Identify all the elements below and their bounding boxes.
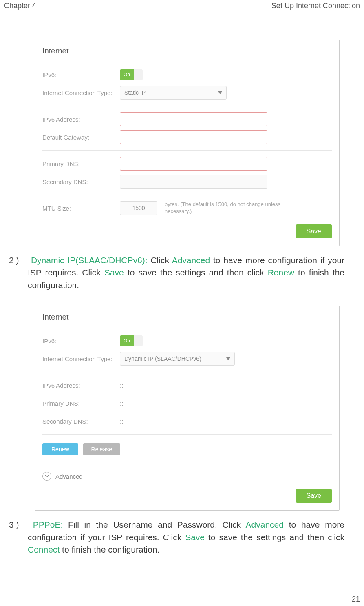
text: to save the settings and then click: [205, 533, 344, 542]
mtu-input[interactable]: 1500: [120, 201, 157, 215]
ipv6-label: IPv6:: [42, 71, 120, 78]
save-text: Save: [104, 268, 124, 277]
step-3-text: 3 ) PPPoE: Fill in the Username and Pass…: [28, 519, 344, 556]
divider: [42, 326, 332, 326]
gateway-label: Default Gateway:: [42, 134, 120, 141]
advanced-text: Advanced: [172, 255, 210, 265]
ipv6-address-label: IPv6 Address:: [42, 116, 120, 123]
dynamic-ip-lead: Dynamic IP(SLAAC/DHCPv6):: [31, 255, 148, 265]
page-title: Set Up Internet Connection: [271, 2, 360, 10]
pppoe-lead: PPPoE:: [33, 520, 63, 529]
ipv6-address-input[interactable]: [120, 112, 267, 126]
divider: [42, 195, 332, 195]
conn-type-label: Internet Connection Type:: [42, 89, 120, 96]
primary-dns-label: Primary DNS:: [42, 160, 120, 167]
connect-text: Connect: [28, 545, 60, 554]
conn-type-select[interactable]: Static IP: [120, 86, 227, 100]
advanced-label: Advanced: [55, 473, 83, 480]
ipv6-toggle[interactable]: On: [120, 335, 143, 346]
text: to save the settings and then click: [124, 268, 268, 277]
advanced-toggle[interactable]: Advanced: [42, 469, 332, 482]
renew-text: Renew: [268, 268, 294, 277]
conn-type-value: Dynamic IP (SLAAC/DHCPv6): [124, 355, 201, 362]
mtu-note: bytes. (The default is 1500, do not chan…: [165, 201, 295, 215]
toggle-on-text: On: [120, 335, 134, 346]
step-2-text: 2 ) Dynamic IP(SLAAC/DHCPv6): Click Adva…: [28, 254, 344, 291]
divider: [42, 372, 332, 372]
secondary-dns-input[interactable]: [120, 175, 267, 189]
divider: [42, 150, 332, 151]
panel-title: Internet: [42, 44, 332, 60]
toggle-on-text: On: [120, 69, 134, 80]
conn-type-label: Internet Connection Type:: [42, 355, 120, 362]
text: Fill in the Username and Password. Click: [63, 520, 245, 529]
text: to finish the configuration.: [60, 545, 159, 554]
ipv6-address-value: ::: [120, 382, 123, 389]
divider: [42, 434, 332, 435]
ipv6-address-label: IPv6 Address:: [42, 382, 120, 389]
ipv6-label: IPv6:: [42, 337, 120, 344]
chevron-down-icon: [42, 472, 51, 481]
panel-title: Internet: [42, 310, 332, 326]
chapter-label: Chapter 4: [4, 2, 36, 10]
toggle-knob: [134, 69, 143, 80]
internet-panel-dynamic: Internet IPv6: On Internet Connection Ty…: [35, 306, 340, 511]
advanced-text: Advanced: [246, 520, 284, 529]
secondary-dns-label: Secondary DNS:: [42, 178, 120, 185]
secondary-dns-value: ::: [120, 418, 123, 425]
page-number: 21: [4, 593, 360, 604]
save-text: Save: [185, 533, 205, 542]
conn-type-select[interactable]: Dynamic IP (SLAAC/DHCPv6): [120, 352, 235, 366]
step-number: 2 ): [9, 254, 28, 266]
save-button[interactable]: Save: [296, 489, 332, 503]
chevron-down-icon: [226, 357, 230, 360]
toggle-knob: [134, 335, 143, 346]
renew-button[interactable]: Renew: [42, 443, 78, 455]
divider: [42, 465, 332, 465]
step-number: 3 ): [9, 519, 28, 531]
mtu-label: MTU Size:: [42, 205, 120, 212]
divider: [42, 106, 332, 106]
save-button[interactable]: Save: [296, 224, 332, 238]
release-button[interactable]: Release: [83, 443, 120, 455]
secondary-dns-label: Secondary DNS:: [42, 418, 120, 425]
primary-dns-input[interactable]: [120, 157, 267, 171]
internet-panel-static: Internet IPv6: On Internet Connection Ty…: [35, 40, 340, 246]
gateway-input[interactable]: [120, 130, 267, 144]
chevron-down-icon: [218, 91, 222, 94]
text: Click: [148, 255, 172, 265]
conn-type-value: Static IP: [124, 89, 146, 96]
primary-dns-value: ::: [120, 400, 123, 407]
primary-dns-label: Primary DNS:: [42, 400, 120, 407]
divider: [42, 60, 332, 60]
ipv6-toggle[interactable]: On: [120, 69, 143, 80]
